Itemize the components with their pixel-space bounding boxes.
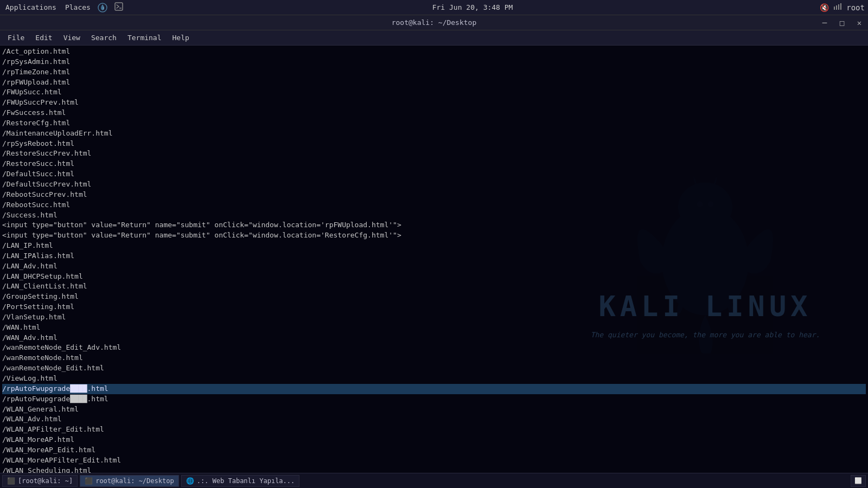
terminal-line: /DefaultSuccPrev.html — [2, 179, 866, 190]
terminal-line: /LAN_ClientList.html — [2, 281, 866, 292]
taskbar-item-browser[interactable]: 🌐 .:. Web Tabanlı Yapıla... — [181, 475, 300, 487]
terminal-line: /RebootSuccPrev.html — [2, 190, 866, 200]
terminal-line: <input type="button" value="Return" name… — [2, 230, 866, 241]
terminal-line: /rpFWUpload.html — [2, 78, 866, 88]
terminal-line: /LAN_DHCPSetup.html — [2, 272, 866, 282]
terminal-line: /Act_option.html — [2, 47, 866, 57]
browser-taskbar-icon: 🌐 — [186, 477, 194, 485]
menu-search[interactable]: Search — [86, 32, 122, 43]
menu-help[interactable]: Help — [167, 32, 195, 43]
terminal-line: /LAN_IP.html — [2, 241, 866, 251]
menu-terminal[interactable]: Terminal — [122, 32, 167, 43]
places-menu[interactable]: Places — [63, 2, 93, 12]
menu-file[interactable]: File — [2, 32, 30, 43]
user-label: root — [846, 3, 865, 12]
taskbar-right: ⬜ — [851, 475, 866, 487]
terminal-line: /RestoreCfg.html — [2, 118, 866, 129]
system-clock: Fri Jun 20, 3:48 PM — [432, 3, 513, 11]
terminal-line: /ViewLog.html — [2, 374, 866, 384]
taskbar-right-button[interactable]: ⬜ — [851, 475, 866, 487]
terminal-line: /WLAN_General.html — [2, 404, 866, 415]
terminal-line: /RestoreSucc.html — [2, 159, 866, 169]
window-title: root@kali: ~/Desktop — [392, 18, 477, 27]
terminal-line: /PortSetting.html — [2, 302, 866, 312]
svg-rect-4 — [836, 5, 837, 10]
terminal-line: /wanRemoteNode.html — [2, 353, 866, 363]
svg-rect-6 — [840, 3, 841, 10]
terminal-content[interactable]: KALI LINUX The quieter you become, the m… — [0, 46, 868, 473]
terminal-taskbar-icon: ⬛ — [7, 477, 15, 485]
terminal-line: /WLAN_MoreAP_Edit.html — [2, 445, 866, 455]
terminal-line: /WLAN_MoreAPFilter_Edit.html — [2, 455, 866, 466]
maximize-button[interactable]: □ — [833, 15, 851, 30]
terminal-line: /WLAN_MoreAP.html — [2, 435, 866, 445]
terminal-line: /rpAutoFwupgrade████.html — [2, 384, 866, 394]
terminal-line: /DefaultSucc.html — [2, 169, 866, 179]
terminal-output: /Act_option.html/rpSysAdmin.html/rpTimeZ… — [0, 46, 868, 473]
mute-icon[interactable]: 🔇 — [820, 3, 829, 12]
taskbar-item-label3: .:. Web Tabanlı Yapıla... — [197, 477, 295, 485]
svg-rect-3 — [834, 7, 835, 10]
window-controls: ─ □ ✕ — [816, 15, 868, 30]
kali-dragon-icon — [97, 2, 108, 13]
applications-menu[interactable]: Applications — [3, 2, 59, 12]
system-bar-left: Applications Places — [3, 1, 125, 14]
terminal-line: /LAN_IPAlias.html — [2, 251, 866, 261]
terminal-line: /WLAN_Adv.html — [2, 414, 866, 425]
system-bar: Applications Places Fri Jun 20, 3:48 PM … — [0, 0, 868, 15]
terminal-line: /RebootSucc.html — [2, 200, 866, 210]
terminal-line: /WLAN_Scheduling.html — [2, 466, 866, 473]
menu-view[interactable]: View — [58, 32, 86, 43]
terminal-line: /FwSuccess.html — [2, 108, 866, 118]
terminal-line: /WLAN_APFilter_Edit.html — [2, 425, 866, 435]
terminal-line: /wanRemoteNode_Edit.html — [2, 363, 866, 374]
terminal-line: /rpSysAdmin.html — [2, 57, 866, 67]
terminal-line: /MaintenanceUploadErr.html — [2, 129, 866, 139]
terminal-line: /GroupSetting.html — [2, 292, 866, 302]
close-button[interactable]: ✕ — [851, 15, 868, 30]
menu-bar: File Edit View Search Terminal Help — [0, 30, 868, 46]
system-bar-right: 🔇 root — [820, 2, 865, 12]
terminal-line: /VlanSetup.html — [2, 312, 866, 323]
terminal-line: /WAN.html — [2, 323, 866, 333]
taskbar-item-label: [root@kali: ~] — [18, 477, 73, 485]
terminal-line: /FWUpSuccPrev.html — [2, 98, 866, 108]
terminal-line: /FWUpSucc.html — [2, 87, 866, 98]
terminal-line: /wanRemoteNode_Edit_Adv.html — [2, 343, 866, 353]
terminal-line: /rpTimeZone.html — [2, 67, 866, 78]
title-bar: root@kali: ~/Desktop ─ □ ✕ — [0, 15, 868, 30]
terminal-line: <input type="button" value="Return" name… — [2, 220, 866, 230]
terminal-line: /RestoreSuccPrev.html — [2, 149, 866, 159]
terminal-line: /Success.html — [2, 210, 866, 221]
taskbar-item-terminal1[interactable]: ⬛ [root@kali: ~] — [2, 475, 78, 487]
taskbar-item-terminal2[interactable]: ⬛ root@kali: ~/Desktop — [80, 475, 179, 487]
terminal-taskbar-icon2: ⬛ — [85, 477, 93, 485]
taskbar: ⬛ [root@kali: ~] ⬛ root@kali: ~/Desktop … — [0, 473, 868, 488]
terminal-icon[interactable] — [112, 1, 125, 14]
svg-rect-5 — [838, 4, 839, 10]
terminal-line: /rpSysReboot.html — [2, 139, 866, 149]
terminal-line: /WAN_Adv.html — [2, 333, 866, 343]
taskbar-item-label2: root@kali: ~/Desktop — [95, 477, 174, 485]
terminal-window: root@kali: ~/Desktop ─ □ ✕ File Edit Vie… — [0, 15, 868, 488]
minimize-button[interactable]: ─ — [816, 15, 833, 30]
menu-edit[interactable]: Edit — [30, 32, 58, 43]
terminal-line: /rpAutoFwupgrade████.html — [2, 394, 866, 404]
terminal-line: /LAN_Adv.html — [2, 261, 866, 272]
network-icon[interactable] — [833, 2, 842, 12]
